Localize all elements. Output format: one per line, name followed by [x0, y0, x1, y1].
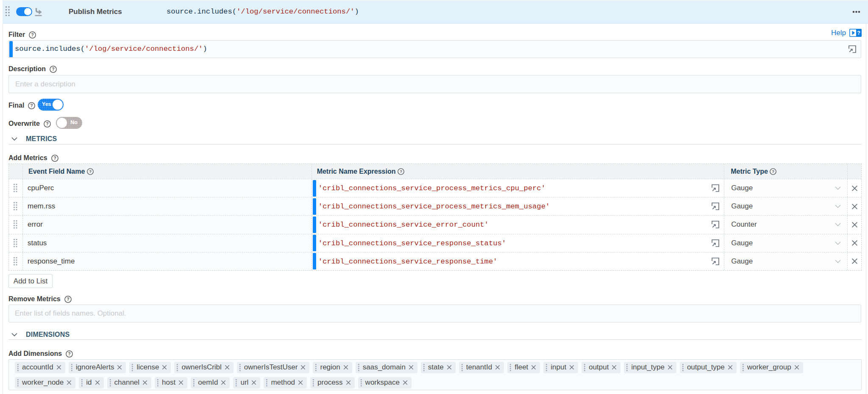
svg-text:?: ? — [857, 30, 860, 36]
